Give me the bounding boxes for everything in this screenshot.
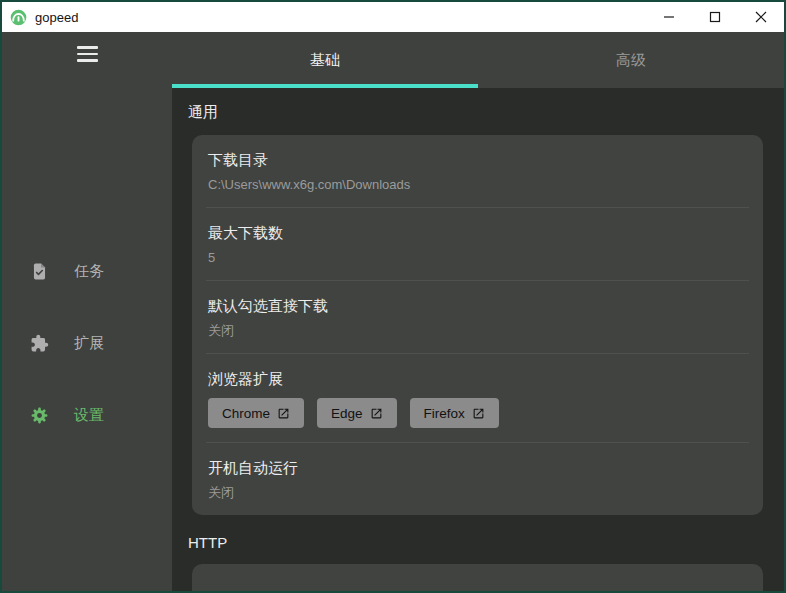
gear-icon [30,406,49,425]
section-title-general: 通用 [172,103,784,122]
firefox-extension-button[interactable]: Firefox [410,398,499,428]
edge-extension-button[interactable]: Edge [317,398,397,428]
sidebar-item-extensions[interactable]: 扩展 [2,320,172,368]
button-label: Firefox [424,406,465,421]
setting-download-directory[interactable]: 下载目录 C:\Users\www.x6g.com\Downloads [192,135,763,207]
tab-bar: 基础 高级 [172,32,784,88]
setting-title: 浏览器扩展 [208,369,747,389]
button-label: Chrome [222,406,270,421]
sidebar: 任务 扩展 [2,32,172,591]
tab-advanced-label: 高级 [616,51,646,70]
setting-max-downloads[interactable]: 最大下载数 5 [192,208,763,280]
sidebar-item-tasks[interactable]: 任务 [2,248,172,296]
setting-title: 下载目录 [208,150,747,170]
setting-browser-extension: 浏览器扩展 Chrome Edge Firefox [192,354,763,442]
general-settings-card: 下载目录 C:\Users\www.x6g.com\Downloads 最大下载… [192,135,763,515]
open-in-new-icon [370,407,383,420]
gopeed-logo-icon [10,9,27,26]
maximize-icon [709,11,721,23]
close-icon [755,11,767,23]
window-controls [646,2,784,32]
sidebar-item-label: 任务 [74,262,104,281]
maximize-button[interactable] [692,2,738,32]
minimize-icon [663,11,675,23]
setting-value: C:\Users\www.x6g.com\Downloads [208,176,747,193]
button-label: Edge [331,406,363,421]
minimize-button[interactable] [646,2,692,32]
app-body: 任务 扩展 [2,32,784,591]
tab-basic[interactable]: 基础 [172,32,478,88]
main-panel: 基础 高级 通用 下载目录 C:\Users\www.x6g.com\Downl… [172,32,784,591]
setting-title: 默认勾选直接下载 [208,296,747,316]
setting-value: 关闭 [208,484,747,501]
section-title-http: HTTP [172,534,784,551]
setting-title: 开机自动运行 [208,458,747,478]
setting-default-direct-download[interactable]: 默认勾选直接下载 关闭 [192,281,763,353]
open-in-new-icon [277,407,290,420]
sidebar-nav: 任务 扩展 [2,248,172,440]
window-title: gopeed [35,10,78,25]
sidebar-item-label: 设置 [74,406,104,425]
title-bar: gopeed [2,2,784,32]
task-icon [30,262,49,281]
hamburger-menu-icon[interactable] [77,46,98,62]
setting-title: 最大下载数 [208,223,747,243]
close-button[interactable] [738,2,784,32]
setting-value: 关闭 [208,322,747,339]
sidebar-item-label: 扩展 [74,334,104,353]
setting-value: 5 [208,249,747,266]
settings-content: 通用 下载目录 C:\Users\www.x6g.com\Downloads 最… [172,88,784,591]
chrome-extension-button[interactable]: Chrome [208,398,304,428]
browser-extension-buttons: Chrome Edge Firefox [208,398,747,428]
open-in-new-icon [472,407,485,420]
sidebar-item-settings[interactable]: 设置 [2,392,172,440]
setting-autostart[interactable]: 开机自动运行 关闭 [192,443,763,515]
tab-basic-label: 基础 [310,51,340,70]
tab-advanced[interactable]: 高级 [478,32,784,88]
app-window: gopeed [0,0,786,593]
extension-icon [30,334,49,353]
http-settings-card [192,564,763,591]
